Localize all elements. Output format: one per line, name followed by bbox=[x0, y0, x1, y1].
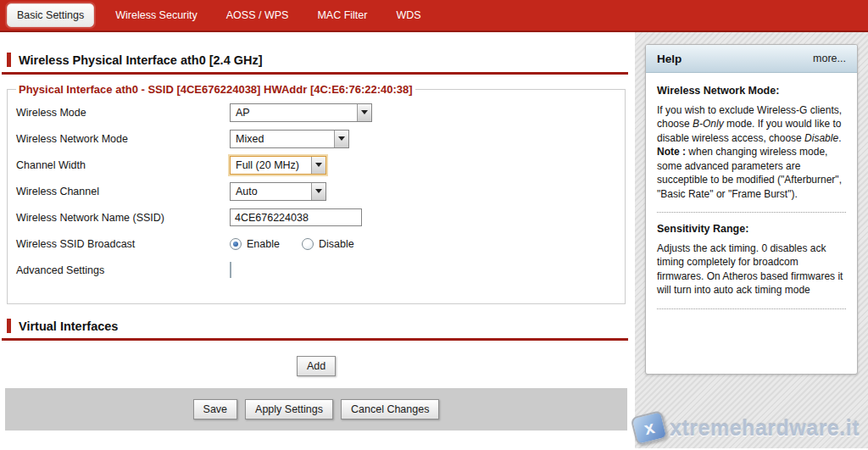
tab-wireless-security[interactable]: Wireless Security bbox=[101, 2, 212, 29]
row-wireless-mode: Wireless Mode AP bbox=[16, 99, 616, 125]
help-heading-wireless-network-mode: Wireless Network Mode: bbox=[657, 84, 846, 98]
wireless-network-mode-select[interactable]: Mixed bbox=[230, 130, 349, 148]
help-sidebar: Help more... Wireless Network Mode: If y… bbox=[632, 32, 868, 448]
cancel-changes-button[interactable]: Cancel Changes bbox=[341, 399, 439, 419]
wireless-channel-label: Wireless Channel bbox=[16, 186, 230, 197]
wireless-mode-label: Wireless Mode bbox=[16, 107, 230, 119]
wireless-network-mode-value: Mixed bbox=[231, 133, 334, 145]
section-divider-rule bbox=[2, 72, 628, 75]
chevron-down-icon bbox=[338, 136, 345, 141]
virtual-interfaces-title: Virtual Interfaces bbox=[19, 319, 118, 333]
help-divider bbox=[657, 212, 846, 213]
ssid-broadcast-label: Wireless SSID Broadcast bbox=[16, 238, 230, 250]
watermark: x xtremehardware.it bbox=[633, 414, 860, 442]
help-panel-body: Wireless Network Mode: If you wish to ex… bbox=[646, 73, 857, 328]
help-divider bbox=[657, 308, 846, 309]
channel-width-value: Full (20 MHz) bbox=[231, 159, 311, 171]
chevron-down-icon bbox=[315, 163, 322, 167]
radio-disable-icon[interactable] bbox=[302, 238, 314, 250]
tab-aoss-wps[interactable]: AOSS / WPS bbox=[212, 2, 303, 29]
fieldset-legend: Physical Interface ath0 - SSID [4CE67622… bbox=[16, 83, 415, 96]
xtremehardware-logo-icon: x bbox=[631, 410, 669, 446]
help-panel-header: Help more... bbox=[646, 45, 857, 73]
channel-width-select[interactable]: Full (20 MHz) bbox=[230, 156, 326, 175]
ssid-label: Wireless Network Name (SSID) bbox=[16, 212, 230, 224]
section-marker-bar bbox=[7, 53, 11, 67]
row-advanced-settings: Advanced Settings bbox=[16, 257, 616, 283]
physical-interface-fieldset: Physical Interface ath0 - SSID [4CE67622… bbox=[7, 83, 626, 304]
radio-enable-icon[interactable] bbox=[230, 238, 242, 250]
tab-basic-settings[interactable]: Basic Settings bbox=[7, 3, 94, 27]
help-paragraph-sensitivity-range: Adjusts the ack timing. 0 disables ack t… bbox=[657, 242, 846, 297]
chevron-down-icon bbox=[361, 110, 368, 114]
section-header-physical-interface: Wireless Physical Interface ath0 [2.4 GH… bbox=[0, 53, 632, 67]
help-heading-sensitivity-range: Sensitivity Range: bbox=[657, 222, 846, 236]
enable-option-label: Enable bbox=[247, 238, 280, 250]
page-title: Wireless Physical Interface ath0 [2.4 GH… bbox=[19, 53, 263, 67]
wireless-mode-value: AP bbox=[231, 107, 357, 119]
save-button[interactable]: Save bbox=[193, 399, 238, 419]
ssid-broadcast-enable-option[interactable]: Enable bbox=[230, 238, 280, 250]
wireless-channel-select[interactable]: Auto bbox=[230, 182, 326, 201]
help-title: Help bbox=[657, 53, 682, 65]
row-wireless-network-mode: Wireless Network Mode Mixed bbox=[16, 125, 616, 152]
chevron-down-icon bbox=[315, 189, 322, 193]
apply-settings-button[interactable]: Apply Settings bbox=[245, 399, 333, 419]
add-button[interactable]: Add bbox=[297, 356, 336, 376]
disable-option-label: Disable bbox=[319, 238, 354, 250]
help-note-label: Note : bbox=[657, 146, 686, 158]
ssid-broadcast-disable-option[interactable]: Disable bbox=[302, 238, 354, 250]
action-button-bar: Save Apply Settings Cancel Changes bbox=[5, 388, 627, 431]
channel-width-label: Channel Width bbox=[16, 159, 230, 171]
dropdown-arrow-button[interactable] bbox=[357, 104, 371, 121]
advanced-settings-label: Advanced Settings bbox=[16, 264, 230, 276]
help-paragraph-wireless-network-mode: If you wish to exclude Wireless-G client… bbox=[657, 103, 846, 202]
help-more-link[interactable]: more... bbox=[813, 53, 846, 64]
ssid-input[interactable] bbox=[230, 208, 362, 226]
wireless-mode-select[interactable]: AP bbox=[230, 103, 372, 122]
section-header-virtual-interfaces: Virtual Interfaces bbox=[0, 319, 632, 333]
tab-mac-filter[interactable]: MAC Filter bbox=[303, 2, 381, 29]
row-channel-width: Channel Width Full (20 MHz) bbox=[16, 152, 616, 178]
row-wireless-channel: Wireless Channel Auto bbox=[16, 178, 616, 204]
section-marker-bar bbox=[7, 319, 11, 333]
main-content: Wireless Physical Interface ath0 [2.4 GH… bbox=[0, 32, 632, 448]
watermark-text: xtremehardware.it bbox=[670, 416, 860, 441]
advanced-settings-checkbox[interactable] bbox=[230, 262, 231, 278]
wireless-channel-value: Auto bbox=[231, 186, 311, 197]
wireless-network-mode-label: Wireless Network Mode bbox=[16, 133, 230, 145]
help-panel: Help more... Wireless Network Mode: If y… bbox=[645, 44, 858, 375]
row-ssid-broadcast: Wireless SSID Broadcast Enable Disable bbox=[16, 231, 616, 257]
dropdown-arrow-button[interactable] bbox=[311, 183, 326, 200]
ssid-broadcast-radio-group: Enable Disable bbox=[230, 238, 616, 250]
tab-wds[interactable]: WDS bbox=[381, 2, 435, 29]
row-ssid: Wireless Network Name (SSID) bbox=[16, 204, 616, 231]
top-navigation: Basic Settings Wireless Security AOSS / … bbox=[0, 0, 868, 32]
dropdown-arrow-button[interactable] bbox=[311, 157, 326, 174]
dropdown-arrow-button[interactable] bbox=[334, 131, 348, 147]
section-divider-rule bbox=[2, 338, 628, 341]
